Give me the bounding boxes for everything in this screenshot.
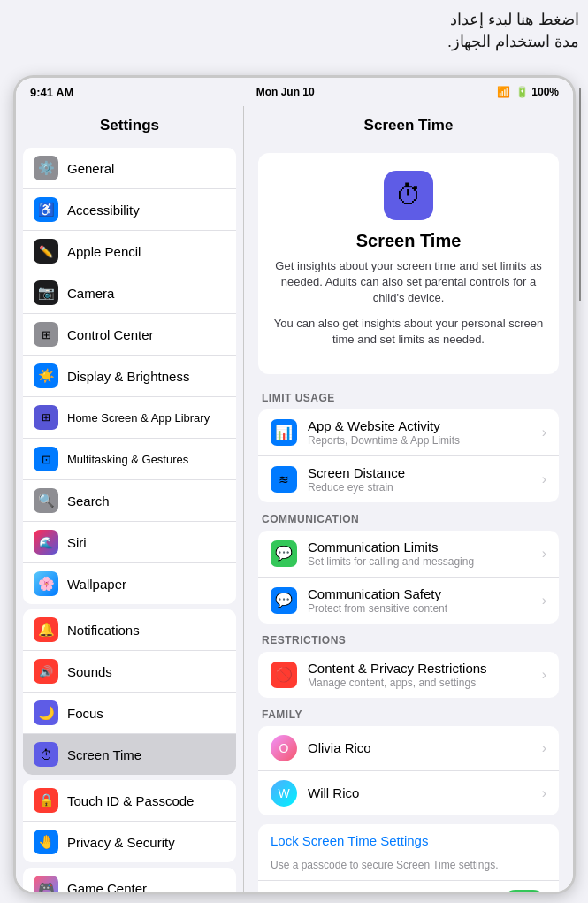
control-center-icon: ⊞ [34, 322, 58, 347]
display-icon: ☀️ [34, 363, 58, 388]
will-name: Will Rico [308, 785, 537, 800]
battery-icon: 🔋 100% [515, 86, 559, 98]
sidebar-item-touch-id[interactable]: 🔒 Touch ID & Passcode [23, 780, 236, 822]
comm-safety-subtitle: Protect from sensitive content [308, 602, 537, 615]
status-time: 9:41 AM [30, 86, 73, 99]
sidebar-item-camera[interactable]: 📷 Camera [23, 272, 236, 314]
screen-distance-row[interactable]: ≋ Screen Distance Reduce eye strain › [258, 456, 559, 502]
sidebar-item-home-screen[interactable]: ⊞ Home Screen & App Library [23, 397, 236, 439]
sidebar-item-label: Apple Pencil [67, 244, 141, 259]
sidebar-item-label: Multitasking & Gestures [67, 453, 188, 466]
hero-desc-1: Get insights about your screen time and … [272, 258, 545, 307]
share-across-devices-row: Share Across Devices [258, 880, 559, 892]
will-content: Will Rico [308, 785, 537, 800]
sidebar-section-1: ⚙️ General ♿ Accessibility ✏️ Apple Penc… [23, 148, 236, 604]
comm-safety-title: Communication Safety [308, 586, 537, 601]
sidebar-title: Settings [16, 106, 243, 142]
olivia-name: Olivia Rico [308, 740, 537, 755]
sidebar-item-focus[interactable]: 🌙 Focus [23, 693, 236, 734]
sidebar-item-label: Notifications [67, 623, 140, 638]
family-group: O Olivia Rico › W Will Rico › [258, 726, 559, 815]
apple-pencil-icon: ✏️ [34, 239, 58, 264]
comm-safety-content: Communication Safety Protect from sensit… [308, 586, 537, 615]
content-privacy-icon: 🚫 [271, 662, 297, 688]
sidebar-item-multitasking[interactable]: ⊡ Multitasking & Gestures [23, 439, 236, 480]
content-privacy-content: Content & Privacy Restrictions Manage co… [308, 661, 537, 689]
communication-safety-row[interactable]: 💬 Communication Safety Protect from sens… [258, 578, 559, 624]
communication-group: 💬 Communication Limits Set limits for ca… [258, 531, 559, 624]
siri-icon: 🌊 [34, 530, 58, 555]
hero-icon: ⏱ [384, 171, 433, 220]
sidebar-item-wallpaper[interactable]: 🌸 Wallpaper [23, 563, 236, 604]
sidebar-item-general[interactable]: ⚙️ General [23, 148, 236, 189]
touch-id-icon: 🔒 [34, 788, 58, 813]
sidebar-item-display-brightness[interactable]: ☀️ Display & Brightness [23, 356, 236, 397]
sidebar-item-notifications[interactable]: 🔔 Notifications [23, 609, 236, 651]
search-icon: 🔍 [34, 488, 58, 513]
sidebar-item-label: Home Screen & App Library [67, 411, 210, 425]
sidebar-item-label: Touch ID & Passcode [67, 793, 194, 808]
sidebar-item-label: Sounds [67, 664, 112, 679]
notifications-icon: 🔔 [34, 617, 58, 642]
privacy-icon: 🤚 [34, 830, 58, 854]
sidebar-item-search[interactable]: 🔍 Search [23, 480, 236, 522]
comm-limits-subtitle: Set limits for calling and messaging [308, 555, 537, 568]
app-activity-subtitle: Reports, Downtime & App Limits [308, 434, 537, 447]
sidebar-item-label: Wallpaper [67, 577, 126, 592]
chevron-icon: › [542, 785, 546, 801]
sidebar-item-accessibility[interactable]: ♿ Accessibility [23, 189, 236, 231]
sidebar-item-label: Search [67, 494, 110, 509]
sidebar-item-label: Game Center [67, 881, 147, 892]
screen-distance-icon: ≋ [271, 466, 297, 493]
content-privacy-subtitle: Manage content, apps, and settings [308, 677, 537, 689]
camera-icon: 📷 [34, 280, 58, 305]
hero-desc-2: You can also get insights about your per… [272, 316, 545, 348]
screen-distance-subtitle: Reduce eye strain [308, 481, 537, 494]
communication-limits-row[interactable]: 💬 Communication Limits Set limits for ca… [258, 531, 559, 578]
comm-limits-content: Communication Limits Set limits for call… [308, 540, 537, 568]
limit-usage-group: 📊 App & Website Activity Reports, Downti… [258, 409, 559, 502]
sidebar-section-2: 🔔 Notifications 🔊 Sounds 🌙 Focus ⏱ Scree… [23, 609, 236, 775]
content-privacy-row[interactable]: 🚫 Content & Privacy Restrictions Manage … [258, 652, 559, 698]
wallpaper-icon: 🌸 [34, 571, 58, 596]
content-privacy-title: Content & Privacy Restrictions [308, 661, 537, 676]
sidebar-item-sounds[interactable]: 🔊 Sounds [23, 651, 236, 693]
chevron-icon: › [542, 471, 546, 487]
lock-screen-time-link[interactable]: Lock Screen Time Settings [258, 824, 559, 857]
app-activity-title: App & Website Activity [308, 418, 537, 433]
game-center-icon: 🎮 [34, 876, 58, 892]
sidebar-item-screen-time[interactable]: ⏱ Screen Time [23, 734, 236, 775]
comm-limits-title: Communication Limits [308, 540, 537, 555]
sidebar-item-privacy[interactable]: 🤚 Privacy & Security [23, 822, 236, 862]
sidebar-item-apple-pencil[interactable]: ✏️ Apple Pencil [23, 231, 236, 272]
sidebar-item-siri[interactable]: 🌊 Siri [23, 522, 236, 563]
app-website-activity-row[interactable]: 📊 App & Website Activity Reports, Downti… [258, 409, 559, 456]
sidebar-section-3: 🔒 Touch ID & Passcode 🤚 Privacy & Securi… [23, 780, 236, 862]
sidebar-item-game-center[interactable]: 🎮 Game Center [23, 868, 236, 892]
screen-distance-content: Screen Distance Reduce eye strain [308, 465, 537, 494]
focus-icon: 🌙 [34, 700, 58, 725]
sidebar-item-control-center[interactable]: ⊞ Control Center [23, 314, 236, 356]
olivia-content: Olivia Rico [308, 740, 537, 755]
ipad-frame: 9:41 AM Mon Jun 10 📶 🔋 100% Settings ⚙️ … [16, 78, 573, 892]
sidebar: Settings ⚙️ General ♿ Accessibility ✏️ A… [16, 106, 244, 892]
sounds-icon: 🔊 [34, 659, 58, 684]
main-layout: Settings ⚙️ General ♿ Accessibility ✏️ A… [16, 106, 573, 892]
chevron-icon: › [542, 593, 546, 608]
content-inner: ⏱ Screen Time Get insights about your sc… [244, 142, 573, 892]
olivia-rico-row[interactable]: O Olivia Rico › [258, 726, 559, 771]
share-across-toggle[interactable] [502, 890, 546, 892]
sidebar-item-label: Camera [67, 286, 114, 301]
comm-limits-icon: 💬 [271, 540, 297, 567]
app-activity-icon: 📊 [271, 419, 297, 446]
wifi-icon: 📶 [497, 86, 510, 98]
sidebar-item-label: Display & Brightness [67, 369, 189, 384]
content-area: Screen Time ⏱ Screen Time Get insights a… [244, 106, 573, 892]
status-date: Mon Jun 10 [256, 86, 315, 98]
multitasking-icon: ⊡ [34, 447, 58, 471]
will-rico-row[interactable]: W Will Rico › [258, 771, 559, 815]
status-right-icons: 📶 🔋 100% [497, 86, 559, 98]
sidebar-item-label: Siri [67, 535, 87, 550]
arabic-tooltip: اضغط هنا لبدء إعداد مدة استخدام الجهاز. [447, 9, 579, 53]
vertical-line-indicator [579, 88, 581, 301]
